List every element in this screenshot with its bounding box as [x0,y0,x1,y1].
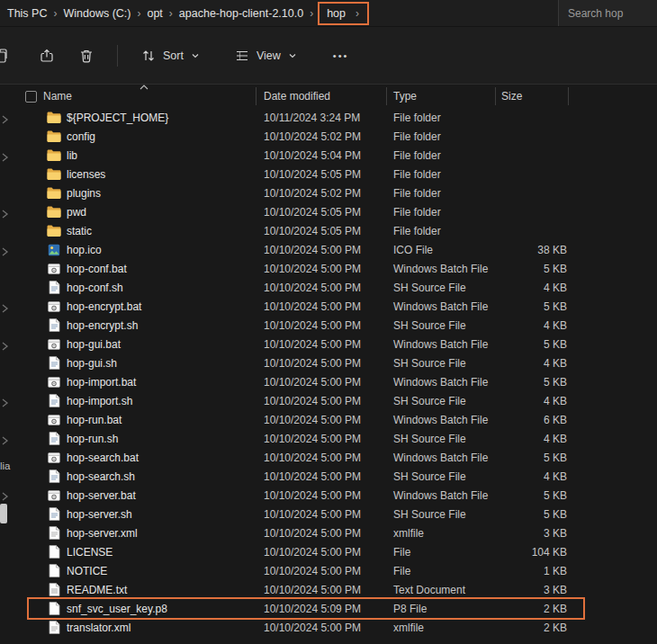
file-row[interactable]: plugins10/10/2024 5:02 PMFile folder [13,183,657,202]
batch-file-icon [47,488,61,503]
file-row[interactable]: hop-encrypt.bat10/10/2024 5:00 PMWindows… [13,297,657,316]
file-name-cell: hop-server.xml [13,526,256,541]
file-date-modified: 10/10/2024 5:00 PM [256,319,387,332]
folder-icon [47,186,61,201]
file-row[interactable]: hop-server.bat10/10/2024 5:00 PMWindows … [13,486,657,505]
view-button-label: View [256,49,281,62]
file-row[interactable]: snf_svc_user_key.p810/10/2024 5:09 PMP8 … [13,599,657,618]
batch-file-icon [47,300,61,314]
file-row[interactable]: hop-encrypt.sh10/10/2024 5:00 PMSH Sourc… [13,316,657,335]
file-row[interactable]: config10/10/2024 5:02 PMFile folder [13,127,657,146]
column-header-name[interactable]: Name [13,87,256,105]
file-name-cell: hop-encrypt.sh [13,318,256,333]
file-size: 4 KB [496,395,569,407]
file-row[interactable]: hop-import.sh10/10/2024 5:00 PMSH Source… [13,391,657,410]
column-header-type-label: Type [393,90,417,103]
cropped-toolbar-icon[interactable] [0,47,11,65]
file-row[interactable]: pwd10/10/2024 5:05 PMFile folder [13,202,657,221]
file-name-cell: snf_svc_user_key.p8 [13,602,256,616]
file-name: hop-gui.sh [67,357,117,370]
file-row[interactable]: hop-import.bat10/10/2024 5:00 PMWindows … [13,372,657,391]
file-row[interactable]: licenses10/10/2024 5:05 PMFile folder [13,165,657,183]
file-name: hop-server.sh [67,508,132,521]
file-row[interactable]: static10/10/2024 5:05 PMFile folder [13,221,657,240]
sort-button-label: Sort [163,49,184,62]
file-date-modified: 10/10/2024 5:00 PM [256,546,387,559]
file-type: File folder [387,130,496,143]
sort-button[interactable]: Sort [132,40,208,71]
file-date-modified: 10/10/2024 5:09 PM [256,603,387,615]
column-header-size[interactable]: Size [496,87,569,105]
file-name: ${PROJECT_HOME} [67,112,168,124]
breadcrumb-item-current[interactable]: hop› [318,2,369,25]
nav-pane-partial-label[interactable]: lia [0,461,11,471]
file-row[interactable]: hop-conf.sh10/10/2024 5:00 PMSH Source F… [13,278,657,297]
file-row[interactable]: hop-search.bat10/10/2024 5:00 PMWindows … [13,448,657,467]
file-type: SH Source File [387,282,496,294]
view-icon [234,48,250,64]
file-row[interactable]: hop-search.sh10/10/2024 5:00 PMSH Source… [13,467,657,486]
folder-icon [47,148,61,163]
file-name: hop-import.bat [67,376,136,389]
breadcrumb-item[interactable]: opt [141,7,167,20]
file-name: LICENSE [67,546,112,559]
file-row[interactable]: LICENSE10/10/2024 5:00 PMFile104 KB [13,542,657,561]
view-button[interactable]: View [226,40,305,71]
search-input[interactable] [568,7,653,20]
file-type: SH Source File [387,470,496,483]
file-size: 4 KB [496,357,569,370]
shell-script-icon [47,432,61,446]
file-date-modified: 10/10/2024 5:02 PM [256,130,387,143]
file-name-cell: hop-run.sh [13,432,256,446]
file-row[interactable]: lib10/10/2024 5:04 PMFile folder [13,146,657,165]
file-row[interactable]: hop-gui.sh10/10/2024 5:00 PMSH Source Fi… [13,353,657,372]
file-name-cell: NOTICE [13,564,256,578]
file-type: SH Source File [387,508,496,521]
more-options-button[interactable]: ••• [325,43,357,68]
file-size: 6 KB [496,414,569,426]
file-name-cell: translator.xml [13,621,256,635]
file-type: File folder [387,206,496,219]
file-row[interactable]: ${PROJECT_HOME}10/11/2024 3:24 PMFile fo… [13,108,657,127]
file-name: hop-gui.bat [67,338,121,351]
file-size: 2 KB [496,603,569,615]
file-name: NOTICE [67,565,107,577]
file-size: 38 KB [496,244,569,256]
file-row[interactable]: hop-gui.bat10/10/2024 5:00 PMWindows Bat… [13,335,657,353]
file-name: hop-encrypt.bat [67,300,141,313]
file-row[interactable]: hop-run.bat10/10/2024 5:00 PMWindows Bat… [13,410,657,429]
file-size: 4 KB [496,470,569,483]
file-date-modified: 10/10/2024 5:00 PM [256,395,387,407]
file-name: hop-encrypt.sh [67,319,138,332]
share-icon [39,48,55,64]
select-all-checkbox[interactable] [25,91,37,103]
file-date-modified: 10/10/2024 5:00 PM [256,584,387,596]
breadcrumb-item[interactable]: apache-hop-client-2.10.0 [174,7,309,20]
file-name: hop-search.bat [67,452,139,464]
file-row[interactable]: NOTICE10/10/2024 5:00 PMFile1 KB [13,561,657,580]
share-button[interactable] [31,40,63,71]
nav-pane-partial-icon [1,152,10,165]
breadcrumb-item[interactable]: This PC [2,7,52,20]
file-row[interactable]: hop-conf.bat10/10/2024 5:00 PMWindows Ba… [13,259,657,278]
delete-button[interactable] [70,40,103,71]
file-row[interactable]: translator.xml10/10/2024 5:00 PMxmlfile2… [13,618,657,637]
breadcrumb-item[interactable]: Windows (C:) [58,7,136,20]
file-size: 5 KB [496,376,569,389]
breadcrumb-chevron-icon: › [355,7,360,20]
folder-icon [47,130,61,144]
file-row[interactable]: hop-run.sh10/10/2024 5:00 PMSH Source Fi… [13,429,657,448]
file-size: 5 KB [496,300,569,313]
plain-file-icon [47,564,61,578]
file-row[interactable]: hop-server.sh10/10/2024 5:00 PMSH Source… [13,505,657,523]
file-name: licenses [67,168,105,181]
column-header-date-modified[interactable]: Date modified [256,87,387,105]
file-date-modified: 10/10/2024 5:00 PM [256,508,387,521]
column-header-type[interactable]: Type [387,87,496,105]
search-box[interactable] [558,0,657,26]
file-row[interactable]: hop.ico10/10/2024 5:00 PMICO File38 KB [13,240,657,259]
file-name: README.txt [67,584,127,596]
file-row[interactable]: hop-server.xml10/10/2024 5:00 PMxmlfile3… [13,523,657,542]
file-row[interactable]: README.txt10/10/2024 5:00 PMText Documen… [13,580,657,599]
nav-pane-partial-icon [1,435,10,448]
